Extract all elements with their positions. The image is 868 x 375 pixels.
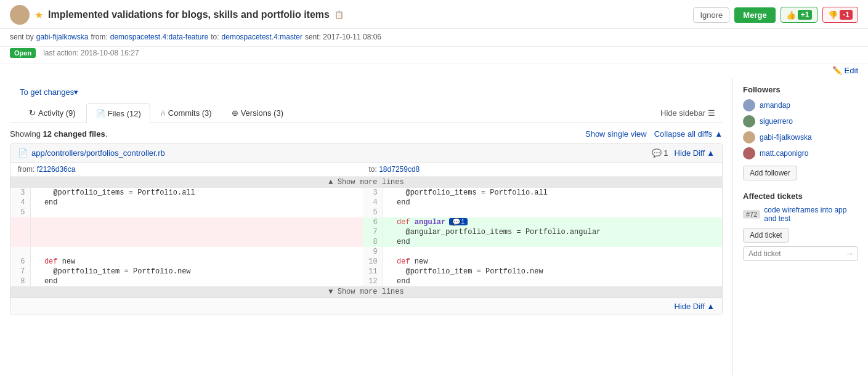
- versions-icon: ⊕: [232, 108, 238, 118]
- last-action: last action: 2018-10-08 16:27: [43, 49, 139, 57]
- commits-icon: ⑃: [161, 108, 166, 118]
- tab-files[interactable]: 📄 Files (12): [86, 103, 150, 123]
- avatar: [743, 99, 755, 111]
- vote-down-button[interactable]: 👎 -1: [822, 7, 858, 23]
- table-row: 9: [10, 247, 722, 257]
- show-more-lines-label[interactable]: ▼ Show more lines: [10, 286, 722, 297]
- follower-link[interactable]: gabi-fijalkowska: [760, 133, 812, 142]
- tabs: ↻ Activity (9) 📄 Files (12) ⑃ Commits (3…: [20, 103, 294, 123]
- followers-section: Followers amandap siguerrero gabi-fijalk…: [743, 85, 858, 180]
- to-commit-link[interactable]: 18d7259cd8: [379, 165, 420, 174]
- right-line-num: 12: [363, 276, 383, 286]
- add-ticket-button[interactable]: Add ticket: [743, 228, 789, 243]
- status-badge: Open: [10, 48, 36, 58]
- collapse-all-diffs-button[interactable]: Collapse all diffs ▲: [654, 129, 723, 139]
- file-diff-actions: 💬 1 Hide Diff ▲: [652, 148, 715, 158]
- from-branch-link[interactable]: demospacetest.4:data-feature: [110, 33, 208, 41]
- left-line-num: [10, 247, 30, 257]
- file-diff: 📄 app/controllers/portfolios_controller.…: [10, 143, 723, 315]
- edit-link[interactable]: ✏️ Edit: [832, 66, 858, 75]
- right-code: [383, 247, 722, 257]
- subheader: sent by gabi-fijalkowska from: demospace…: [0, 29, 868, 47]
- left-line-num: 5: [10, 208, 30, 217]
- left-code: end: [30, 198, 363, 208]
- to-label: to:: [211, 33, 219, 41]
- star-icon: ★: [34, 9, 43, 21]
- right-code: [383, 208, 722, 217]
- follower-link[interactable]: siguerrero: [760, 117, 793, 126]
- followers-title: Followers: [743, 85, 858, 94]
- to-branch-link[interactable]: demospacetest.4:master: [222, 33, 302, 41]
- table-row: 7 @portfolio_item = Portfolio.new 11 @po…: [10, 267, 722, 276]
- author-link[interactable]: gabi-fijalkowska: [36, 33, 89, 41]
- main-container: To get changes▾ ↻ Activity (9) 📄 Files (…: [0, 78, 868, 375]
- submit-ticket-icon: →: [845, 249, 854, 259]
- vote-down-count: -1: [840, 10, 853, 20]
- left-line-num: 3: [10, 188, 30, 198]
- comment-bubble: 💬1: [449, 218, 468, 225]
- diff-from-to: from: f2126d36ca to: 18d7259cd8: [10, 163, 722, 177]
- tab-versions-label: Versions (3): [241, 108, 283, 118]
- from-commit-link[interactable]: f2126d36ca: [37, 165, 76, 174]
- follower-link[interactable]: amandap: [760, 101, 790, 110]
- left-code: @portfolio_items = Portfolio.all: [30, 188, 363, 198]
- clipboard-icon[interactable]: 📋: [335, 10, 344, 19]
- right-code: @portfolio_item = Portfolio.new: [383, 267, 722, 276]
- hide-sidebar-button[interactable]: Hide sidebar ☰: [653, 105, 723, 121]
- follower-link[interactable]: matt.caponigro: [760, 149, 808, 158]
- vote-up-button[interactable]: 👍 +1: [781, 7, 818, 23]
- left-line-num: 8: [10, 276, 30, 286]
- svg-point-1: [12, 17, 27, 25]
- hide-diff-bottom-label: Hide Diff: [675, 302, 705, 311]
- get-changes-link[interactable]: To get changes▾: [20, 87, 78, 97]
- show-more-lines-bottom[interactable]: ▼ Show more lines: [10, 286, 722, 297]
- right-code: @portfolio_items = Portfolio.all: [383, 188, 722, 198]
- tab-activity[interactable]: ↻ Activity (9): [20, 103, 85, 123]
- tab-commits[interactable]: ⑃ Commits (3): [152, 103, 221, 123]
- right-line-num: 6: [363, 217, 383, 227]
- diff-from: from: f2126d36ca: [18, 165, 364, 174]
- collapse-all-diffs-label: Collapse all diffs: [654, 129, 712, 139]
- left-code: @portfolio_item = Portfolio.new: [30, 267, 363, 276]
- left-code: end: [30, 276, 363, 286]
- left-code: [30, 227, 363, 237]
- show-more-lines-label[interactable]: ▲ Show more lines: [10, 177, 722, 188]
- list-item: gabi-fijalkowska: [743, 131, 858, 143]
- right-code: @angular_portfolio_items = Portfolio.ang…: [383, 227, 722, 237]
- tab-versions[interactable]: ⊕ Versions (3): [222, 103, 293, 123]
- tab-activity-label: Activity (9): [38, 108, 76, 118]
- left-code: [30, 247, 363, 257]
- tab-files-label: Files (12): [108, 109, 141, 118]
- ticket-link[interactable]: code wireframes into app and test: [764, 206, 858, 223]
- svg-point-0: [15, 8, 24, 17]
- hide-diff-button[interactable]: Hide Diff ▲: [675, 148, 715, 158]
- table-row: 6 def new 10 def new: [10, 257, 722, 267]
- right-line-num: 3: [363, 188, 383, 198]
- hide-diff-bottom: Hide Diff ▲: [10, 297, 722, 315]
- right-line-num: 4: [363, 198, 383, 208]
- hide-diff-bottom-button[interactable]: Hide Diff ▲: [675, 302, 715, 311]
- diff-actions: Show single view Collapse all diffs ▲: [585, 129, 723, 139]
- table-row: 4 end 4 end: [10, 198, 722, 208]
- right-code: end: [383, 237, 722, 247]
- table-row: 8 end: [10, 237, 722, 247]
- diff-to: to: 18d7259cd8: [364, 165, 715, 174]
- right-line-num: 9: [363, 247, 383, 257]
- list-item: amandap: [743, 99, 858, 111]
- list-item: siguerrero: [743, 115, 858, 127]
- vote-up-count: +1: [798, 10, 813, 20]
- header-right: Ignore Merge 👍 +1 👎 -1: [693, 7, 858, 23]
- ignore-button[interactable]: Ignore: [693, 7, 729, 23]
- show-single-view-button[interactable]: Show single view: [585, 129, 647, 139]
- right-line-num: 11: [363, 267, 383, 276]
- merge-button[interactable]: Merge: [734, 7, 775, 23]
- file-path-link[interactable]: app/controllers/portfolios_controller.rb: [31, 148, 165, 158]
- right-code: end: [383, 276, 722, 286]
- add-follower-button[interactable]: Add follower: [743, 166, 797, 180]
- show-more-lines-top[interactable]: ▲ Show more lines: [10, 177, 722, 188]
- add-ticket-input[interactable]: [743, 246, 858, 261]
- list-item: matt.caponigro: [743, 147, 858, 159]
- file-diff-header: 📄 app/controllers/portfolios_controller.…: [10, 144, 722, 163]
- hide-diff-label: Hide Diff: [675, 148, 705, 158]
- comment-count-number: 1: [663, 148, 668, 158]
